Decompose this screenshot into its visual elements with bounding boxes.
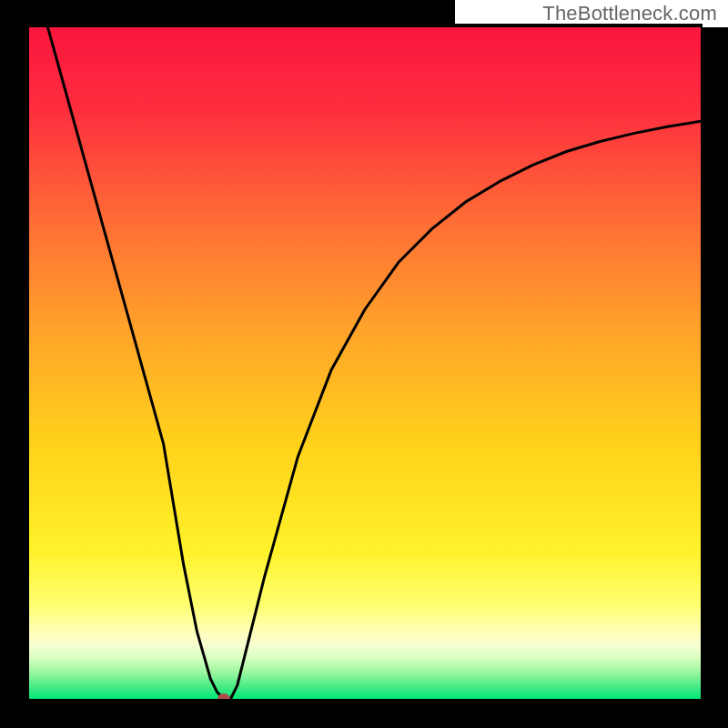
frame-right: [701, 0, 728, 728]
frame-left: [0, 0, 29, 728]
plot-background: [29, 27, 701, 699]
bottleneck-curve-plot: [0, 0, 728, 728]
chart-container: TheBottleneck.com: [0, 0, 728, 728]
frame-bottom: [0, 699, 728, 728]
watermark-text: TheBottleneck.com: [542, 2, 717, 25]
